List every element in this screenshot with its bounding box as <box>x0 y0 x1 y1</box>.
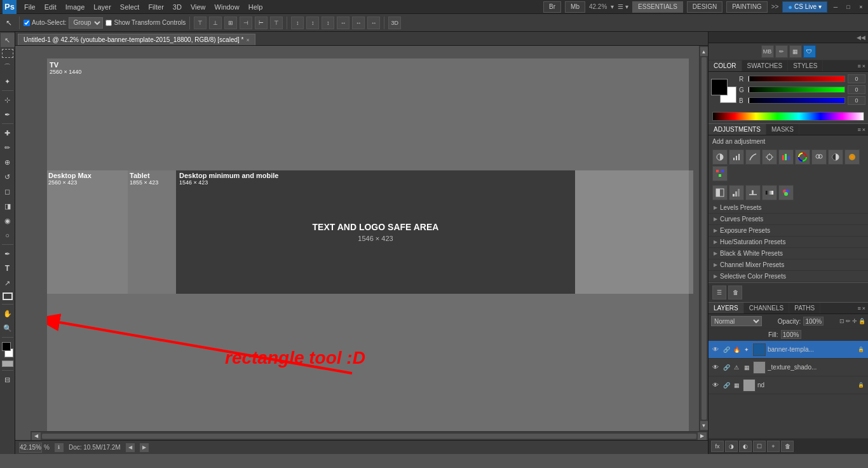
dist-left-btn[interactable]: ↔ <box>337 17 349 29</box>
g-value-input[interactable] <box>848 85 865 94</box>
adj-bottom-new[interactable]: ☰ <box>712 286 726 299</box>
magic-wand-tool[interactable]: ✦ <box>1 74 15 88</box>
screen-mode-btn[interactable]: ⊟ <box>1 373 15 387</box>
status-next-btn[interactable]: ▶ <box>140 443 149 452</box>
h-scroll-thumb[interactable] <box>42 434 696 439</box>
crop-tool[interactable]: ⊹ <box>1 93 15 107</box>
exposure-icon[interactable] <box>762 149 777 165</box>
essentials-btn[interactable]: ESSENTIALS <box>632 1 683 13</box>
menu-select[interactable]: Select <box>116 2 144 12</box>
layer-vis-icon-2[interactable]: 👁 <box>711 381 720 390</box>
path-select[interactable]: ↗ <box>1 276 15 290</box>
lasso-tool[interactable]: ⌒ <box>1 60 15 74</box>
align-top-btn[interactable]: ⊤ <box>194 17 207 29</box>
eraser-tool[interactable]: ◻ <box>1 184 15 198</box>
brightness-contrast-icon[interactable] <box>712 149 728 165</box>
menu-layer[interactable]: Layer <box>90 2 115 12</box>
layer-icon-2a[interactable]: 🔗 <box>722 381 731 390</box>
layer-adjustment-btn[interactable]: ◐ <box>739 441 752 452</box>
levels-icon[interactable] <box>729 149 744 165</box>
status-info-btn[interactable]: ℹ <box>55 443 64 452</box>
color-spectrum-bar[interactable] <box>712 112 864 121</box>
gradient-tool[interactable]: ◨ <box>1 199 15 213</box>
layer-vis-icon-0[interactable]: 👁 <box>711 345 720 354</box>
fg-color-box[interactable] <box>711 79 728 95</box>
menu-window[interactable]: Window <box>211 2 243 12</box>
adj-item-curves[interactable]: ▶ Curves Presets <box>709 214 868 225</box>
painting-btn[interactable]: PAINTING <box>726 1 767 13</box>
scroll-down-btn[interactable]: ▼ <box>700 421 708 430</box>
posterize-icon[interactable] <box>729 185 744 200</box>
text-tool[interactable]: T <box>1 261 15 275</box>
layer-new-btn[interactable]: + <box>767 441 780 452</box>
transform-controls-checkbox[interactable]: Show Transform Controls <box>105 19 186 26</box>
transform-controls-check[interactable] <box>105 20 112 26</box>
channel-mixer-icon[interactable] <box>712 166 728 181</box>
layers-tab[interactable]: LAYERS <box>709 303 744 313</box>
dist-vc-btn[interactable]: ↕ <box>306 17 319 29</box>
r-slider-track[interactable] <box>748 76 845 82</box>
eyedropper-tool[interactable]: ✒ <box>1 107 15 121</box>
adj-bottom-delete[interactable]: 🗑 <box>728 286 742 299</box>
close-btn[interactable]: × <box>857 3 865 11</box>
bw-icon[interactable] <box>828 149 843 165</box>
brush-tool[interactable]: ✏ <box>1 141 15 155</box>
adj-item-exposure[interactable]: ▶ Exposure Presets <box>709 225 868 237</box>
heal-tool[interactable]: ✚ <box>1 126 15 140</box>
styles-tab[interactable]: STYLES <box>788 60 823 71</box>
lock-transparent-icon[interactable]: ⊡ <box>839 318 844 324</box>
channels-tab[interactable]: CHANNELS <box>744 303 789 313</box>
blur-tool[interactable]: ◉ <box>1 214 15 228</box>
dist-hc-btn[interactable]: ↔ <box>352 17 365 29</box>
color-balance-icon[interactable] <box>811 149 827 165</box>
scroll-up-btn[interactable]: ▲ <box>700 47 708 56</box>
selective-color-icon[interactable] <box>778 185 794 200</box>
layer-icon-1a[interactable]: 🔗 <box>722 363 731 372</box>
adj-item-bw[interactable]: ▶ Black & White Presets <box>709 248 868 259</box>
hand-tool[interactable]: ✋ <box>1 306 15 320</box>
lock-all-icon[interactable]: 🔒 <box>858 318 865 324</box>
layers-panel-close[interactable]: × <box>862 305 865 312</box>
adj-item-levels[interactable]: ▶ Levels Presets <box>709 202 868 214</box>
fg-color-swatch[interactable] <box>2 342 11 351</box>
h-scrollbar[interactable]: ◀ ▶ <box>31 431 708 440</box>
clone-tool[interactable]: ⊕ <box>1 155 15 169</box>
r-value-input[interactable] <box>848 74 865 83</box>
zoom-input[interactable] <box>19 443 42 453</box>
invert-icon[interactable] <box>712 185 728 200</box>
g-slider-track[interactable] <box>748 86 845 93</box>
tab-close-btn[interactable]: × <box>246 37 249 43</box>
quick-mask-btn[interactable] <box>2 361 13 367</box>
document-tab[interactable]: Untitled-1 @ 42.2% (youtube-banner-templ… <box>18 34 255 45</box>
minimize-btn[interactable]: ─ <box>831 3 840 11</box>
scroll-right-btn[interactable]: ▶ <box>698 432 707 440</box>
cs-live-btn[interactable]: ● CS Live ▾ <box>782 1 827 13</box>
scroll-left-btn[interactable]: ◀ <box>32 432 41 440</box>
adj-item-selective-color[interactable]: ▶ Selective Color Presets <box>709 271 868 282</box>
panel-collapse-icon[interactable]: ◀◀ <box>857 34 865 41</box>
adjustments-tab[interactable]: ADJUSTMENTS <box>709 124 766 135</box>
history-brush[interactable]: ↺ <box>1 170 15 184</box>
align-left-btn[interactable]: ⊣ <box>240 17 252 29</box>
dist-right-btn[interactable]: ↔ <box>367 17 380 29</box>
hue-sat-icon[interactable] <box>795 149 810 165</box>
menu-edit[interactable]: Edit <box>41 2 60 12</box>
layer-fx-btn[interactable]: fx <box>711 441 724 452</box>
menu-3d[interactable]: 3D <box>169 2 186 12</box>
maximize-btn[interactable]: □ <box>844 3 853 11</box>
bridge-btn[interactable]: Br <box>543 1 561 13</box>
layers-panel-menu[interactable]: ≡ <box>857 305 860 312</box>
menu-image[interactable]: Image <box>62 2 89 12</box>
design-btn[interactable]: DESIGN <box>687 1 722 13</box>
threshold-icon[interactable] <box>745 185 761 200</box>
opacity-input[interactable] <box>803 317 824 326</box>
layer-delete-btn[interactable]: 🗑 <box>781 441 794 452</box>
more-btn[interactable]: >> <box>771 3 779 10</box>
menu-view[interactable]: View <box>187 2 210 12</box>
zoom-tool[interactable]: 🔍 <box>1 321 15 335</box>
mini-btn[interactable]: Mb <box>565 1 585 13</box>
layer-icon-0c[interactable]: ✦ <box>742 345 751 354</box>
b-slider-track[interactable] <box>748 97 845 104</box>
dist-top-btn[interactable]: ↕ <box>291 17 304 29</box>
blend-mode-select[interactable]: Normal <box>711 316 762 326</box>
